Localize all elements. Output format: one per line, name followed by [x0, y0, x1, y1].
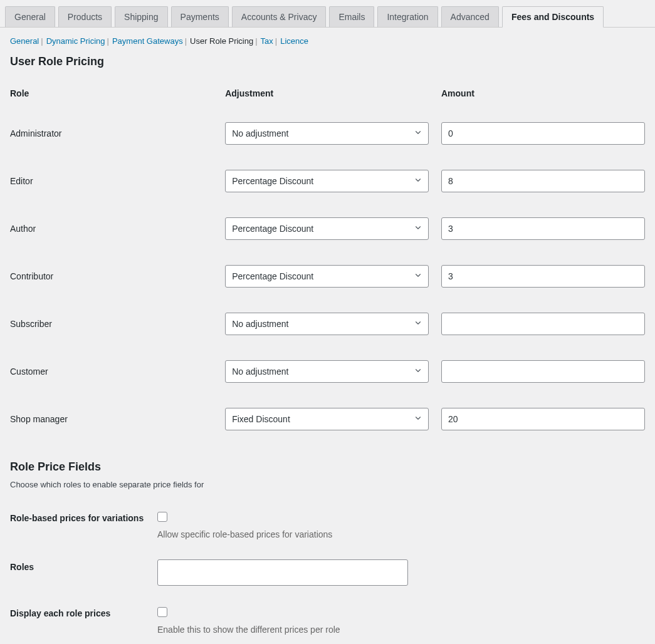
table-row: ContributorNo adjustmentPercentage Disco…: [5, 252, 650, 300]
role-price-fields-desc: Choose which roles to enable separate pr…: [5, 477, 650, 501]
role-cell: Contributor: [5, 252, 220, 300]
subnav: General|Dynamic Pricing|Payment Gateways…: [5, 28, 650, 52]
table-row: AdministratorNo adjustmentPercentage Dis…: [5, 110, 650, 157]
display-label: Display each role prices: [10, 606, 157, 618]
amount-input[interactable]: [441, 408, 645, 430]
amount-input[interactable]: [441, 313, 645, 335]
adjustment-select[interactable]: No adjustmentPercentage DiscountFixed Di…: [225, 313, 429, 335]
setting-roles-row: Roles: [5, 549, 650, 596]
adjustment-select[interactable]: No adjustmentPercentage DiscountFixed Di…: [225, 360, 429, 383]
tab-payments[interactable]: Payments: [171, 6, 229, 27]
adjustment-select[interactable]: No adjustmentPercentage DiscountFixed Di…: [225, 217, 429, 240]
variations-help: Allow specific role-based prices for var…: [157, 529, 645, 539]
tab-advanced[interactable]: Advanced: [441, 6, 499, 27]
setting-variations-row: Role-based prices for variations Allow s…: [5, 501, 650, 549]
tab-general[interactable]: General: [5, 6, 55, 27]
adjustment-select[interactable]: No adjustmentPercentage DiscountFixed Di…: [225, 122, 429, 145]
col-amount-header: Amount: [436, 81, 650, 110]
tab-fees-and-discounts[interactable]: Fees and Discounts: [502, 6, 604, 28]
adjustment-select-wrap: No adjustmentPercentage DiscountFixed Di…: [225, 313, 429, 335]
subnav-separator: |: [185, 36, 187, 46]
table-row: Shop managerNo adjustmentPercentage Disc…: [5, 395, 650, 443]
role-cell: Shop manager: [5, 395, 220, 443]
subnav-separator: |: [107, 36, 109, 46]
tab-shipping[interactable]: Shipping: [115, 6, 168, 27]
variations-label: Role-based prices for variations: [10, 511, 157, 523]
amount-input[interactable]: [441, 122, 645, 145]
amount-input[interactable]: [441, 170, 645, 192]
adjustment-select[interactable]: No adjustmentPercentage DiscountFixed Di…: [225, 408, 429, 430]
tab-accounts-privacy[interactable]: Accounts & Privacy: [232, 6, 327, 27]
subnav-general[interactable]: General: [10, 36, 39, 46]
setting-display-row: Display each role prices Enable this to …: [5, 596, 650, 644]
role-cell: Editor: [5, 157, 220, 205]
subnav-payment-gateways[interactable]: Payment Gateways: [112, 36, 183, 46]
adjustment-select-wrap: No adjustmentPercentage DiscountFixed Di…: [225, 217, 429, 240]
subnav-separator: |: [41, 36, 43, 46]
adjustment-select-wrap: No adjustmentPercentage DiscountFixed Di…: [225, 265, 429, 288]
subnav-user-role-pricing: User Role Pricing: [190, 36, 253, 46]
subnav-separator: |: [275, 36, 277, 46]
amount-input[interactable]: [441, 265, 645, 288]
display-checkbox[interactable]: [157, 607, 167, 617]
roles-input[interactable]: [157, 559, 408, 586]
role-cell: Administrator: [5, 110, 220, 157]
adjustment-select-wrap: No adjustmentPercentage DiscountFixed Di…: [225, 122, 429, 145]
table-row: CustomerNo adjustmentPercentage Discount…: [5, 348, 650, 395]
amount-input[interactable]: [441, 360, 645, 383]
role-cell: Customer: [5, 348, 220, 395]
tab-products[interactable]: Products: [58, 6, 112, 27]
adjustment-select-wrap: No adjustmentPercentage DiscountFixed Di…: [225, 360, 429, 383]
amount-input[interactable]: [441, 217, 645, 240]
col-role-header: Role: [5, 81, 220, 110]
primary-tabs: GeneralProductsShippingPaymentsAccounts …: [0, 0, 655, 28]
roles-label: Roles: [10, 559, 157, 572]
table-row: AuthorNo adjustmentPercentage DiscountFi…: [5, 205, 650, 252]
display-help: Enable this to show the different prices…: [157, 625, 645, 635]
role-pricing-table: Role Adjustment Amount AdministratorNo a…: [5, 81, 650, 443]
role-cell: Subscriber: [5, 300, 220, 348]
adjustment-select[interactable]: No adjustmentPercentage DiscountFixed Di…: [225, 265, 429, 288]
subnav-separator: |: [255, 36, 257, 46]
variations-checkbox[interactable]: [157, 512, 167, 522]
table-row: SubscriberNo adjustmentPercentage Discou…: [5, 300, 650, 348]
page-title: User Role Pricing: [5, 52, 650, 81]
tab-integration[interactable]: Integration: [377, 6, 438, 27]
tab-emails[interactable]: Emails: [329, 6, 374, 27]
subnav-tax[interactable]: Tax: [261, 36, 273, 46]
subnav-licence[interactable]: Licence: [280, 36, 308, 46]
role-price-fields-title: Role Price Fields: [5, 443, 650, 477]
adjustment-select-wrap: No adjustmentPercentage DiscountFixed Di…: [225, 170, 429, 192]
subnav-dynamic-pricing[interactable]: Dynamic Pricing: [46, 36, 105, 46]
role-cell: Author: [5, 205, 220, 252]
adjustment-select[interactable]: No adjustmentPercentage DiscountFixed Di…: [225, 170, 429, 192]
table-row: EditorNo adjustmentPercentage DiscountFi…: [5, 157, 650, 205]
col-adjustment-header: Adjustment: [220, 81, 436, 110]
adjustment-select-wrap: No adjustmentPercentage DiscountFixed Di…: [225, 408, 429, 430]
